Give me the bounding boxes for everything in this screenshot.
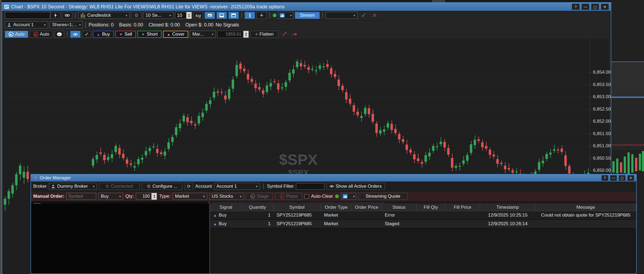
auto-trade-button[interactable]: ▶ Auto — [30, 31, 53, 38]
bar-interval-dropdown[interactable]: 10 Se...▾ — [143, 12, 173, 19]
chart-close-button[interactable]: ✕ — [601, 4, 609, 10]
log-scale-button[interactable]: log — [193, 12, 203, 19]
column-header[interactable]: Quantity — [242, 204, 273, 211]
manual-symbol-input[interactable] — [66, 193, 96, 200]
sell-button[interactable]: ▼Sell — [115, 31, 136, 38]
symbol-filter-input[interactable] — [296, 183, 324, 190]
order-row[interactable]: ▲Buy1SPY251219P685MarketStaged12/9/2025 … — [210, 220, 636, 228]
order-type-dropdown[interactable]: Mar...▾ — [190, 31, 216, 38]
manual-side-dropdown[interactable]: Buy▾ — [98, 193, 123, 200]
cursor-line-button[interactable] — [245, 12, 255, 19]
cell-order-price — [352, 211, 382, 219]
broker-dropdown[interactable]: Dummy Broker▾ — [49, 183, 97, 190]
column-header[interactable]: Symbol — [273, 204, 321, 211]
column-header[interactable]: Timestamp — [480, 204, 535, 211]
chart-toolbar-account: Account 1▾ Shares=1;...▾ Positions: 0Bas… — [2, 20, 611, 30]
cover-triangle-icon: ▲ — [167, 33, 170, 36]
column-header[interactable]: Fill Price — [445, 204, 480, 211]
streaming-quote-button[interactable]: Streaming Quote — [358, 193, 407, 200]
column-header[interactable]: Signal — [210, 204, 242, 211]
limit-price-spin-buttons[interactable]: ▲▼ — [243, 31, 249, 38]
account-stat: Basis: 0.00 — [119, 22, 143, 28]
manual-place-button[interactable]: ▶ Place — [275, 193, 302, 200]
show-all-active-orders-button[interactable]: Show all Active Orders — [326, 183, 385, 190]
chart-titlebar[interactable]: Chart - $SPX 10 Second - Strategy: WL8 R… — [2, 3, 611, 11]
qty-input[interactable] — [136, 193, 151, 200]
short-button[interactable]: ▼Short — [137, 31, 161, 38]
chart-toolbar-main: Candlestick▾ ⚙ 10 Se...▾ ▲▼ log + ▾ Stre… — [2, 11, 611, 20]
auto-clear-checkbox[interactable] — [304, 194, 309, 199]
panel-bottom-toggle-button[interactable] — [217, 12, 227, 19]
om-help-button[interactable]: ? — [602, 175, 608, 181]
limit-price-spinner[interactable]: ▲▼ — [217, 31, 249, 38]
eye-icon — [329, 185, 334, 188]
cell-message: Could not obtain quote for SPY251219P685 — [535, 211, 636, 219]
limit-price-input[interactable] — [217, 31, 243, 38]
orders-table[interactable]: SignalQuantitySymbolOrder TypeOrder Pric… — [210, 204, 636, 273]
cell-timestamp: 12/9/2025 10:25:15 — [480, 211, 535, 219]
column-header[interactable]: Message — [535, 204, 636, 211]
signal-triangle-icon: ▲ — [213, 222, 217, 226]
confirm-orders-check-button[interactable]: ✓ — [82, 31, 91, 38]
bar-scale-input[interactable] — [175, 12, 186, 19]
candlestick-icon — [81, 13, 85, 18]
link-window-button[interactable] — [62, 12, 72, 19]
horizontal-line-tool-button[interactable] — [290, 31, 299, 38]
column-header[interactable]: Status — [382, 204, 417, 211]
style-settings-gear-button[interactable]: ⚙ — [131, 12, 141, 19]
price-axis-label: 6,854.00 — [593, 70, 611, 75]
column-header[interactable]: Order Type — [321, 204, 352, 211]
flatten-button[interactable]: ÷ Flatten — [250, 31, 278, 38]
om-maximize-button[interactable]: ▢ — [619, 175, 625, 181]
quick-symbol-bolt-button[interactable] — [50, 12, 60, 19]
trendline-tool-button[interactable] — [280, 31, 289, 38]
refresh-accounts-button[interactable]: ⟳ — [184, 183, 193, 190]
bar-scale-spinner[interactable]: ▲▼ — [175, 12, 192, 19]
chart-minimize-button[interactable]: — — [582, 4, 589, 10]
column-header[interactable]: Fill Qty — [417, 204, 445, 211]
configure-button[interactable]: ⚙ Configure ... — [142, 183, 182, 190]
position-sizing-dropdown[interactable]: Shares=1;...▾ — [50, 21, 83, 28]
qty-spin-buttons[interactable]: ▲▼ — [151, 193, 157, 200]
discard-x-button[interactable]: ✕ — [370, 12, 379, 19]
auto-stream-trade-button[interactable]: ▶ Auto — [5, 31, 28, 38]
show-orders-eye-button[interactable] — [70, 31, 80, 38]
panel-top-toggle-button[interactable] — [228, 12, 239, 19]
bar-scale-spin-buttons[interactable]: ▲▼ — [186, 12, 192, 19]
clear-signals-button[interactable]: – — [55, 31, 64, 38]
connected-button[interactable]: Connected — [99, 183, 140, 190]
order-manager-titlebar[interactable]: Order Manager ? — ▢ ✕ — [31, 174, 636, 181]
cell-order-type: Market — [321, 220, 352, 228]
market-dropdown[interactable]: US Stocks▾ — [209, 193, 244, 200]
order-row[interactable]: ▲Buy1SPY251219P685MarketError12/9/2025 1… — [210, 211, 636, 220]
stream-button[interactable]: Stream — [295, 12, 320, 19]
manual-type-dropdown[interactable]: Market▾ — [173, 193, 207, 200]
cover-button[interactable]: ▲Cover — [163, 31, 188, 38]
broker-row: Broker Dummy Broker▾ Connected ⚙ Configu… — [31, 181, 636, 191]
chart-help-button[interactable]: ? — [572, 4, 579, 10]
om-minimize-button[interactable]: — — [610, 175, 617, 181]
linked-strategy-dropdown[interactable]: ▾ — [326, 12, 358, 19]
strategy-list-panel[interactable] — [31, 204, 210, 273]
account-dropdown[interactable]: Account 1▾ — [5, 21, 48, 28]
apply-check-button[interactable]: ✓ — [359, 12, 368, 19]
no-signals-text: No Signals — [215, 22, 239, 28]
buy-button[interactable]: ▲Buy — [93, 31, 114, 38]
axis-tick — [590, 146, 592, 146]
om-account-dropdown[interactable]: Account 1▾ — [214, 183, 260, 190]
chart-symbol-input[interactable] — [5, 12, 50, 19]
chart-style-dropdown[interactable]: Candlestick▾ — [78, 12, 130, 19]
stage-button[interactable]: ▶ Stage — [246, 193, 273, 200]
price-axis-label: 6,852.50 — [593, 107, 611, 112]
save-image-button[interactable] — [205, 12, 215, 19]
chart-maximize-button[interactable]: ▢ — [591, 4, 599, 10]
om-close-button[interactable]: ✕ — [628, 175, 634, 181]
stream-source-dropdown[interactable]: ▾ — [278, 12, 293, 19]
add-drawing-button[interactable]: + — [257, 12, 267, 19]
column-header[interactable]: Order Price — [352, 204, 382, 211]
qty-spinner[interactable]: ▲▼ — [136, 193, 157, 200]
account-stat: Positions: 0 — [89, 22, 114, 28]
cell-order-type: Market — [321, 211, 352, 219]
quote-source-dropdown[interactable]: ▾ — [341, 193, 356, 200]
price-axis-label: 6,853.00 — [593, 94, 611, 100]
